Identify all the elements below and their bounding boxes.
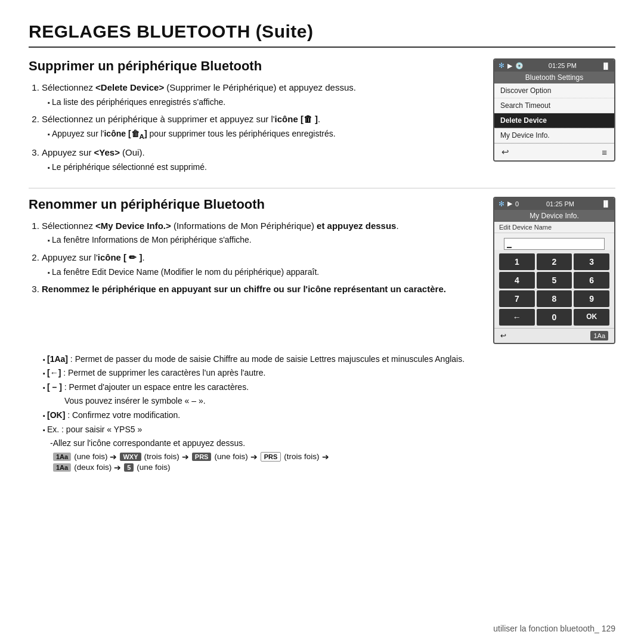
tag-1aa-line2: 1Aa: [53, 463, 71, 472]
menu-discover-option[interactable]: Discover Option: [494, 83, 614, 98]
key-1[interactable]: 1: [499, 253, 535, 270]
menu-my-device-info[interactable]: My Device Info.: [494, 128, 614, 143]
text-une-fois-1: (une fois): [74, 452, 107, 461]
keypad-input-area: [494, 233, 614, 250]
tag-wxy: WXY: [120, 453, 141, 461]
text-deux-fois: (deux fois): [74, 463, 112, 472]
key-4[interactable]: 4: [499, 272, 535, 289]
step1-1-sub1: La liste des périphériques enregistrés s…: [48, 97, 479, 109]
keypad-grid: 1 2 3 4 5 6 7 8 9 ← 0 OK: [494, 251, 614, 328]
screen2-icons: ✻ ▶ 0: [499, 200, 519, 208]
section2-text: Renommer un périphérique Bluetooth Sélec…: [29, 197, 479, 301]
num-icon2: 0: [515, 200, 519, 208]
bt-icon2: ✻: [499, 200, 504, 208]
battery-icon2: ▐▌: [602, 200, 610, 207]
step1-2: Sélectionnez un périphérique à supprimer…: [42, 113, 479, 141]
page-footer: utiliser la fonction bluetooth_ 129: [493, 624, 615, 633]
key-5[interactable]: 5: [537, 272, 572, 289]
back-icon[interactable]: ↩: [501, 147, 509, 157]
screen1-icons: ✻ ▶ 💿: [499, 61, 524, 70]
arrow3: ➔: [250, 452, 258, 462]
step1-1: Sélectionnez <Delete Device> (Supprimer …: [42, 81, 479, 108]
1aa-label[interactable]: 1Aa: [590, 331, 608, 340]
key-backspace[interactable]: ←: [499, 309, 535, 326]
text-trois-fois-2: (trois fois): [284, 452, 319, 461]
key-2[interactable]: 2: [537, 253, 572, 270]
sub-item-ok: [OK] : Confirmez votre modification.: [43, 410, 615, 422]
key-ok[interactable]: OK: [574, 309, 609, 326]
key-9[interactable]: 9: [574, 290, 609, 307]
keypad-input[interactable]: [504, 238, 605, 250]
footer-line1: 1Aa (une fois) ➔ WXY (trois fois) ➔ PRS …: [29, 452, 615, 462]
sub-item-dash: [ – ] : Permet d'ajouter un espace entre…: [43, 382, 615, 394]
main-title: REGLAGES BLUETOOTH (Suite): [29, 21, 615, 48]
footer-line2: 1Aa (deux fois) ➔ 5 (une fois): [29, 463, 615, 472]
screen2-time: 01:25 PM: [546, 200, 574, 208]
step2-2-bold: icône [ ✏ ]: [98, 252, 143, 262]
tag-1aa-line1: 1Aa: [53, 453, 71, 461]
screen2-container: ✻ ▶ 0 01:25 PM ▐▌ My Device Info. Edit D…: [493, 197, 615, 344]
menu-search-timeout[interactable]: Search Timeout: [494, 98, 614, 113]
screen1-container: ✻ ▶ 💿 01:25 PM ▐▌ Bluetooth Settings Dis…: [493, 58, 615, 162]
screen2-bottombar: ↩ 1Aa: [494, 328, 614, 343]
arrow1: ➔: [110, 452, 117, 462]
keypad-cursor: [507, 247, 512, 248]
step2-3: Renommez le périphérique en appuyant sur…: [42, 283, 479, 296]
menu-delete-device[interactable]: Delete Device: [494, 113, 614, 128]
play-icon: ▶: [507, 62, 512, 70]
section2-title: Renommer un périphérique Bluetooth: [29, 197, 479, 212]
text-trois-fois-1: (trois fois): [144, 452, 179, 461]
screen1-time: 01:25 PM: [549, 62, 577, 69]
section1-title: Supprimer un périphérique Bluetooth: [29, 58, 479, 74]
arrow5: ➔: [114, 463, 121, 472]
section-separator: [29, 188, 615, 188]
step1-1-bold: <Delete Device>: [95, 82, 164, 92]
page-number: utiliser la fonction bluetooth_ 129: [493, 624, 615, 633]
battery-icon: ▐▌: [602, 63, 610, 69]
screen1-menu: Discover Option Search Timeout Delete De…: [494, 83, 614, 143]
key-7[interactable]: 7: [499, 290, 535, 307]
key-6[interactable]: 6: [574, 272, 609, 289]
step1-3-sub: Le périphérique sélectionné est supprimé…: [42, 162, 479, 174]
sub-item-go: -Allez sur l'icône correspondante et app…: [43, 438, 615, 450]
step2-2-sub1: La fenêtre Edit Device Name (Modifier le…: [48, 267, 479, 278]
menu-icon[interactable]: ≡: [602, 147, 607, 157]
bottom-section: [1Aa] : Permet de passer du mode de sais…: [29, 354, 615, 472]
bluetooth-icon: ✻: [499, 61, 504, 70]
section2-steps: Sélectionnez <My Device Info.> (Informat…: [29, 219, 479, 296]
text-une-fois-3: (une fois): [137, 463, 170, 472]
step1-2-sub1: Appuyez sur l'icône [🗑A] pour supprimer …: [48, 128, 479, 141]
key-3[interactable]: 3: [574, 253, 609, 270]
section2-row: Renommer un périphérique Bluetooth Sélec…: [29, 197, 615, 344]
play-icon2: ▶: [507, 200, 512, 208]
sub-item-1aa: [1Aa] : Permet de passer du mode de sais…: [43, 354, 615, 366]
key-8[interactable]: 8: [537, 290, 572, 307]
screen1-topbar: ✻ ▶ 💿 01:25 PM ▐▌: [494, 60, 614, 72]
step1-3-sub1: Le périphérique sélectionné est supprimé…: [48, 162, 479, 174]
key-0[interactable]: 0: [537, 309, 572, 326]
screen1-bottombar: ↩ ≡: [494, 143, 614, 160]
step2-1-sub1: La fenêtre Informations de Mon périphéri…: [48, 234, 479, 246]
section1-text: Supprimer un périphérique Bluetooth Séle…: [29, 58, 479, 178]
sub-item-ex: Ex. : pour saisir « YPS5 »: [43, 424, 615, 436]
step2-1-bold: <My Device Info.>: [95, 221, 171, 231]
step2-1: Sélectionnez <My Device Info.> (Informat…: [42, 219, 479, 246]
step2-2: Appuyez sur l'icône [ ✏ ]. La fenêtre Ed…: [42, 251, 479, 278]
step2-3-bold: Renommez le périphérique en appuyant sur…: [42, 284, 446, 294]
screen2-title: My Device Info.: [494, 210, 614, 222]
screen2-topbar: ✻ ▶ 0 01:25 PM ▐▌: [494, 198, 614, 210]
screen1-title: Bluetooth Settings: [494, 72, 614, 83]
step1-3: Appuyez sur <Yes> (Oui). Le périphérique…: [42, 146, 479, 173]
tag-prs-2: PRS: [261, 452, 281, 462]
sub-items-list: [1Aa] : Permet de passer du mode de sais…: [29, 354, 615, 450]
disc-icon: 💿: [515, 62, 524, 70]
section1-steps: Sélectionnez <Delete Device> (Supprimer …: [29, 81, 479, 174]
section1-row: Supprimer un périphérique Bluetooth Séle…: [29, 58, 615, 178]
sub-item-dash-note: Vous pouvez insérer le symbole « – ».: [43, 395, 615, 407]
back-icon2[interactable]: ↩: [500, 332, 506, 340]
step1-2-sub: Appuyez sur l'icône [🗑A] pour supprimer …: [42, 128, 479, 141]
step1-3-bold: <Yes>: [94, 147, 120, 157]
sub-item-back: [←] : Permet de supprimer les caractères…: [43, 367, 615, 379]
step1-2-bold: icône [🗑 ]: [275, 114, 318, 124]
screen1-mockup: ✻ ▶ 💿 01:25 PM ▐▌ Bluetooth Settings Dis…: [493, 58, 615, 162]
